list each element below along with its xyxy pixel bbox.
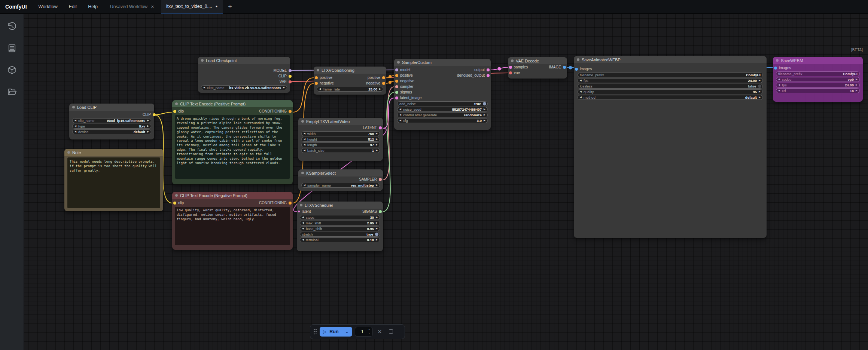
widget-crf[interactable]: ◀crf 18▶: [776, 88, 860, 93]
widget-fps[interactable]: ◀fps 24.00▶: [776, 83, 860, 88]
slot-output-denoised[interactable]: [487, 74, 490, 77]
slot-output-image[interactable]: [563, 66, 566, 69]
widget-width[interactable]: ◀width 768▶: [301, 131, 380, 136]
node-vae-decode[interactable]: VAE Decode samples IMAGE vae: [508, 57, 567, 79]
menu-workflow[interactable]: Workflow: [33, 0, 63, 13]
tab-close-icon[interactable]: ✕: [151, 4, 154, 9]
node-header[interactable]: CLIP Text Encode (Negative Prompt): [172, 192, 293, 199]
widget-type[interactable]: ◀type ltxv▶: [72, 124, 151, 129]
slot-input-positive[interactable]: [395, 74, 398, 77]
menu-help[interactable]: Help: [82, 0, 103, 13]
slot-output-negative[interactable]: [382, 82, 385, 85]
slot-input-sigmas[interactable]: [395, 91, 398, 94]
node-ltxv-conditioning[interactable]: LTXVConditioning positive positive negat…: [314, 67, 386, 95]
slot-input-latent[interactable]: [298, 211, 300, 212]
collapse-dot[interactable]: [175, 194, 178, 197]
run-options-chevron-icon[interactable]: ⌄: [342, 329, 349, 334]
collapse-dot[interactable]: [511, 59, 514, 62]
widget-fps[interactable]: ◀fps 24.00▶: [578, 78, 763, 83]
slot-input-clip[interactable]: [173, 110, 176, 113]
node-header[interactable]: Load CLIP: [69, 104, 154, 111]
slot-input-samples[interactable]: [509, 66, 512, 69]
toolbar-drag-handle[interactable]: [313, 328, 317, 335]
widget-terminal[interactable]: ◀terminal 0.10▶: [300, 237, 380, 242]
node-empty-ltxv-latent-video[interactable]: EmptyLTXVLatentVideo LATENT ◀width 768▶ …: [298, 118, 383, 161]
model-library-icon[interactable]: [7, 65, 17, 75]
widget-steps[interactable]: ◀steps 30▶: [300, 215, 380, 220]
slot-output-model[interactable]: [289, 69, 292, 72]
toggle-dot[interactable]: [483, 102, 486, 105]
count-down-icon[interactable]: ⌄: [368, 332, 371, 334]
slot-output-sampler[interactable]: [379, 178, 382, 181]
slot-output-vae[interactable]: [289, 80, 292, 83]
slot-input-latent-image[interactable]: [395, 96, 398, 99]
collapse-dot[interactable]: [201, 59, 204, 62]
menu-edit[interactable]: Edit: [63, 0, 83, 13]
node-header[interactable]: KSamplerSelect: [298, 169, 383, 176]
collapse-dot[interactable]: [397, 61, 400, 64]
node-ltxv-scheduler[interactable]: LTXVScheduler latent SIGMAS ◀steps 30▶ ◀…: [297, 202, 383, 251]
collapse-dot[interactable]: [67, 151, 70, 154]
widget-control-after-generate[interactable]: ◀control after generate randomize▶: [397, 113, 488, 117]
slot-output-clip[interactable]: [289, 75, 292, 78]
slot-output-conditioning[interactable]: [289, 110, 292, 113]
slot-output-positive[interactable]: [382, 76, 385, 79]
widget-quality[interactable]: ◀quality 95▶: [578, 89, 763, 94]
node-load-clip[interactable]: Load CLIP CLIP ◀clip_name t5xxl_fp16.saf…: [69, 104, 154, 139]
node-clip-text-encode-positive[interactable]: CLIP Text Encode (Positive Prompt) clip …: [172, 100, 293, 184]
widget-sampler-name[interactable]: ◀sampler_name res_multistep▶: [301, 183, 380, 188]
node-clip-text-encode-negative[interactable]: CLIP Text Encode (Negative Prompt) clip …: [172, 192, 293, 250]
slot-input-negative[interactable]: [395, 80, 398, 83]
slot-output-output[interactable]: [487, 68, 490, 71]
node-header[interactable]: SaveAnimatedWEBP: [574, 56, 767, 63]
toggle-dot[interactable]: [375, 233, 378, 236]
widget-device[interactable]: ◀device default▶: [72, 129, 151, 134]
widget-height[interactable]: ◀height 512▶: [301, 137, 380, 142]
widget-cfg[interactable]: ◀cfg 3.0▶: [397, 118, 488, 123]
positive-prompt-textarea[interactable]: A drone quickly rises through a bank of …: [175, 115, 290, 179]
run-button[interactable]: ▷ Run ⌄: [320, 327, 352, 337]
cancel-button[interactable]: ✕: [375, 329, 384, 335]
toggle-dot[interactable]: [758, 85, 761, 88]
collapse-dot[interactable]: [72, 106, 75, 108]
node-load-checkpoint[interactable]: Load Checkpoint MODEL CLIP VAE ◀ ckpt_na…: [198, 57, 290, 93]
collapse-dot[interactable]: [301, 120, 304, 123]
node-header[interactable]: SamplerCustom: [394, 59, 491, 66]
new-tab-button[interactable]: +: [223, 0, 237, 13]
node-header[interactable]: VAE Decode: [508, 57, 567, 64]
widget-codec[interactable]: ◀codec vp9▶: [776, 77, 860, 82]
collapse-dot[interactable]: [300, 204, 302, 206]
collapse-dot[interactable]: [301, 172, 304, 174]
slot-input-images[interactable]: [774, 67, 777, 70]
widget-clip-name[interactable]: ◀clip_name t5xxl_fp16.safetensors▶: [72, 118, 151, 123]
history-icon[interactable]: [7, 21, 17, 32]
node-sampler-custom[interactable]: SamplerCustom model output positive deno…: [394, 59, 491, 130]
workflows-folder-icon[interactable]: [7, 86, 17, 97]
tab-ltxv-text-to-video[interactable]: ltxv_text_to_video_0.... ●: [161, 0, 223, 13]
slot-output-sigmas[interactable]: [379, 210, 382, 213]
widget-length[interactable]: ◀length 97▶: [301, 142, 380, 147]
widget-lossless-toggle[interactable]: lossless false: [578, 84, 763, 89]
slot-input-sampler[interactable]: [395, 85, 398, 88]
node-save-webm[interactable]: SaveWEBM images filename_prefix ComfyUI …: [773, 57, 863, 102]
slot-output-conditioning[interactable]: [289, 202, 292, 205]
node-header[interactable]: Note: [64, 149, 163, 156]
slot-output-latent[interactable]: [379, 126, 382, 129]
stop-button[interactable]: [387, 329, 395, 335]
widget-method[interactable]: ◀method default▶: [578, 95, 763, 100]
node-header[interactable]: SaveWEBM: [773, 57, 863, 64]
node-header[interactable]: CLIP Text Encode (Positive Prompt): [172, 100, 293, 107]
collapse-dot[interactable]: [577, 58, 579, 61]
note-textarea[interactable]: This model needs long descriptive prompt…: [67, 157, 160, 208]
widget-ckpt-name[interactable]: ◀ ckpt_name ltx-video-2b-v0.9.5.safetens…: [201, 85, 287, 90]
node-save-animated-webp[interactable]: SaveAnimatedWEBP images filename_prefix …: [574, 56, 767, 238]
collapse-dot[interactable]: [175, 102, 178, 105]
slot-input-negative[interactable]: [315, 82, 318, 85]
node-header[interactable]: Load Checkpoint: [198, 57, 290, 64]
slot-input-vae[interactable]: [509, 71, 512, 74]
tab-unsaved-workflow[interactable]: Unsaved Workflow ✕: [105, 0, 159, 13]
widget-filename-prefix[interactable]: filename_prefix ComfyUI: [776, 71, 860, 76]
negative-prompt-textarea[interactable]: low quality, worst quality, deformed, di…: [175, 207, 290, 245]
queue-icon[interactable]: [7, 43, 17, 53]
widget-filename-prefix[interactable]: filename_prefix ComfyUI: [578, 73, 763, 77]
